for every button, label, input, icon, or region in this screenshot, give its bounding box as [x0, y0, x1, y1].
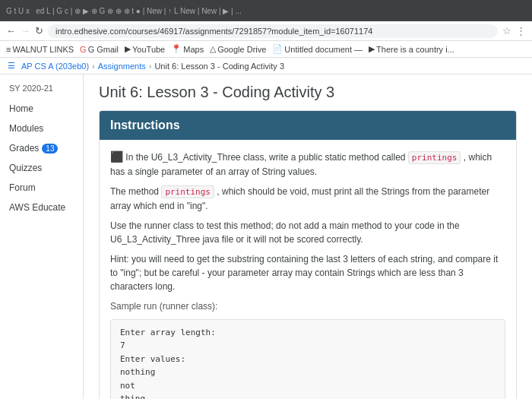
method-name-inline: printings: [408, 151, 461, 164]
browser-extra-icons: ed L | G c | ⊕ ▶ ⊕ G ⊕ ⊕ ⊕ t ● | New | ↑…: [36, 7, 242, 15]
reload-icon[interactable]: ↻: [35, 25, 43, 36]
sidebar-item-aws[interactable]: AWS Educate: [0, 198, 83, 217]
main-content: Unit 6: Lesson 3 - Coding Activity 3 Ins…: [84, 74, 532, 399]
sidebar-aws-label: AWS Educate: [9, 202, 65, 213]
sidebar-item-modules[interactable]: Modules: [0, 119, 83, 138]
sidebar-item-grades[interactable]: Grades 13: [0, 138, 83, 158]
doc-icon: 📄: [272, 44, 283, 54]
breadcrumb-sep1: ›: [92, 62, 95, 71]
browser-tab-text: G t U x: [6, 7, 30, 15]
maps-icon: 📍: [171, 44, 182, 54]
breadcrumb-course[interactable]: AP CS A (203eb0): [21, 62, 89, 71]
instructions-para4: Hint: you will need to get the substring…: [110, 252, 505, 293]
bookmark-country[interactable]: ▶ There is a country i...: [369, 44, 454, 54]
bookmarks-bar: ≡ WALNUT LINKS G G Gmail ▶ YouTube 📍 Map…: [0, 41, 532, 58]
browser-bar: G t U x ed L | G c | ⊕ ▶ ⊕ G ⊕ ⊕ ⊕ t ● |…: [0, 0, 532, 21]
sidebar: SY 2020-21 Home Modules Grades 13 Quizze…: [0, 74, 84, 399]
instructions-header: Instructions: [100, 111, 516, 140]
sidebar-year: SY 2020-21: [0, 81, 83, 96]
sample-label: Sample run (runner class):: [110, 299, 505, 313]
grades-badge: 13: [42, 144, 58, 154]
drive-icon: △: [210, 44, 216, 54]
bookmark-doc[interactable]: 📄 Untitled document —: [272, 44, 363, 54]
instructions-para3: Use the runner class to test this method…: [110, 219, 505, 246]
bookmark-drive[interactable]: △ Google Drive: [210, 44, 266, 54]
method-name-inline2: printings: [161, 185, 214, 198]
breadcrumb-sep2: ›: [149, 62, 152, 71]
bookmark-maps[interactable]: 📍 Maps: [171, 44, 204, 54]
instructions-para1: ⬛ In the U6_L3_Activity_Three class, wri…: [110, 149, 505, 179]
sidebar-quizzes-label: Quizzes: [9, 163, 42, 173]
instructions-body: ⬛ In the U6_L3_Activity_Three class, wri…: [100, 140, 516, 399]
settings-icon[interactable]: ⋮: [516, 25, 526, 36]
walnut-icon: ≡: [6, 45, 11, 54]
gmail-icon: G: [80, 45, 87, 54]
para1-icon: ⬛: [110, 150, 123, 163]
sidebar-item-home[interactable]: Home: [0, 99, 83, 119]
sidebar-grades-label: Grades: [9, 143, 39, 154]
instructions-para2: The method printings , which should be v…: [110, 185, 505, 213]
address-bar: ← → ↻ ☆ ⋮: [0, 21, 532, 41]
breadcrumb-current: Unit 6: Lesson 3 - Coding Activity 3: [154, 62, 284, 71]
sidebar-forum-label: Forum: [9, 182, 36, 193]
breadcrumb-assignments[interactable]: Assignments: [98, 62, 146, 71]
para1-prefix: In the U6_L3_Activity_Three class, write…: [125, 152, 408, 163]
sidebar-home-label: Home: [9, 103, 33, 114]
bookmark-star[interactable]: ☆: [502, 25, 511, 36]
page-title: Unit 6: Lesson 3 - Coding Activity 3: [99, 84, 517, 101]
back-icon[interactable]: ←: [6, 25, 16, 36]
instructions-card: Instructions ⬛ In the U6_L3_Activity_Thr…: [99, 110, 517, 399]
page-container: SY 2020-21 Home Modules Grades 13 Quizze…: [0, 74, 532, 399]
bookmark-walnut[interactable]: ≡ WALNUT LINKS: [6, 45, 74, 54]
code-block: Enter array length: 7 Enter values: noth…: [110, 319, 505, 400]
sidebar-modules-label: Modules: [9, 123, 43, 134]
breadcrumb: ☰ AP CS A (203eb0) › Assignments › Unit …: [0, 58, 532, 74]
address-input[interactable]: [48, 24, 498, 38]
para2-prefix: The method: [110, 186, 161, 197]
bookmark-gmail[interactable]: G G Gmail: [80, 45, 119, 54]
arrow-icon: ▶: [369, 44, 375, 54]
youtube-icon: ▶: [125, 44, 131, 54]
sidebar-item-forum[interactable]: Forum: [0, 178, 83, 198]
hamburger-icon[interactable]: ☰: [8, 61, 15, 71]
sidebar-item-quizzes[interactable]: Quizzes: [0, 158, 83, 178]
forward-icon[interactable]: →: [21, 25, 30, 36]
bookmark-youtube[interactable]: ▶ YouTube: [125, 44, 165, 54]
